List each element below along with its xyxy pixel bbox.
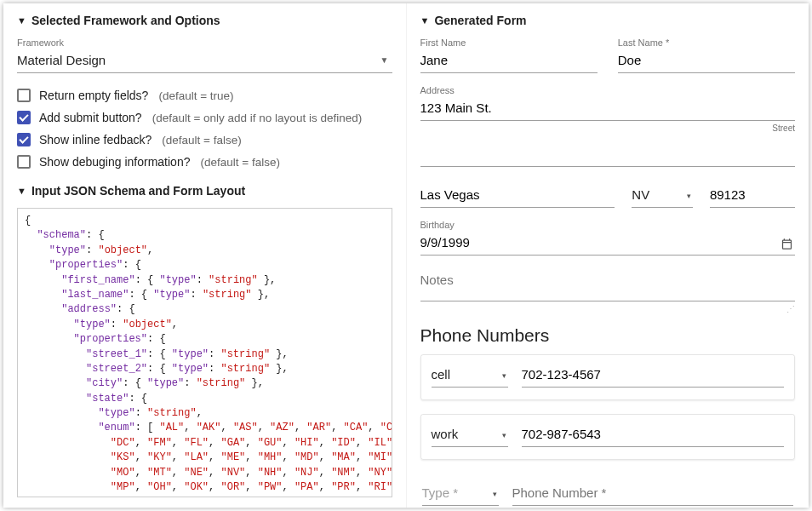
schema-editor[interactable]: { "schema": { "type": "object", "propert… xyxy=(17,208,392,497)
section-schema-header[interactable]: ▼ Input JSON Schema and Form Layout xyxy=(17,184,392,198)
street1-input[interactable] xyxy=(420,97,796,121)
street2-input[interactable] xyxy=(420,143,796,167)
framework-select-wrapper: Framework Material Design ▼ xyxy=(17,37,392,73)
option-checkbox-row: Show inline fedback?(default = false) xyxy=(17,133,392,146)
resize-grip-icon[interactable]: ⋰ xyxy=(420,304,796,313)
option-checkbox-row: Add submit button?(default = only add if… xyxy=(17,111,392,124)
section-title: Selected Framework and Options xyxy=(31,14,220,27)
section-generated-header[interactable]: ▼ Generated Form xyxy=(420,14,796,27)
section-framework-header[interactable]: ▼ Selected Framework and Options xyxy=(17,14,392,27)
last-name-input[interactable] xyxy=(618,49,795,73)
framework-label: Framework xyxy=(17,37,392,48)
checkbox[interactable] xyxy=(17,111,31,124)
right-panel: ▼ Generated Form First Name Last Name Ad… xyxy=(407,3,809,508)
disclosure-triangle-icon: ▼ xyxy=(17,186,26,196)
phone-number-input[interactable] xyxy=(522,423,785,447)
framework-select[interactable]: Material Design xyxy=(17,49,392,73)
phone-type-select[interactable]: Type * xyxy=(422,482,499,506)
phone-entry: cell▾ xyxy=(420,354,796,400)
street-hint: Street xyxy=(772,123,795,133)
address-label: Address xyxy=(420,85,796,95)
checkbox[interactable] xyxy=(17,133,31,146)
checkbox-label: Add submit button? xyxy=(39,111,142,124)
option-checkbox-row: Show debuging information?(default = fal… xyxy=(17,155,392,169)
checkbox-hint: (default = true) xyxy=(158,89,233,102)
checkbox-hint: (default = only add if no layout is defi… xyxy=(152,112,363,124)
first-name-label: First Name xyxy=(420,37,598,48)
phone-type-select[interactable]: cell xyxy=(432,364,508,388)
section-title: Input JSON Schema and Form Layout xyxy=(31,184,245,198)
phone-number-input[interactable] xyxy=(522,364,785,388)
phone-type-select[interactable]: work xyxy=(432,423,508,447)
checkbox-label: Show inline fedback? xyxy=(39,133,152,146)
phone-section-title: Phone Numbers xyxy=(420,325,796,346)
state-select[interactable]: NV xyxy=(632,184,693,208)
checkbox[interactable] xyxy=(17,155,31,169)
phone-entry: work▾ xyxy=(420,414,796,460)
checkbox[interactable] xyxy=(17,89,31,102)
checkbox-label: Return empty fields? xyxy=(39,89,148,102)
left-panel: ▼ Selected Framework and Options Framewo… xyxy=(3,3,407,508)
city-input[interactable] xyxy=(420,184,615,208)
phone-number-input[interactable] xyxy=(512,482,794,506)
zip-input[interactable] xyxy=(710,184,795,208)
birthday-label: Birthday xyxy=(420,220,796,230)
section-title: Generated Form xyxy=(434,14,526,27)
last-name-label: Last Name xyxy=(618,37,795,48)
disclosure-triangle-icon: ▼ xyxy=(17,15,26,26)
birthday-input[interactable] xyxy=(420,232,796,256)
first-name-input[interactable] xyxy=(420,49,598,73)
checkbox-label: Show debuging information? xyxy=(39,155,190,169)
phone-entry-blank: Type * ▾ xyxy=(420,474,796,508)
disclosure-triangle-icon: ▼ xyxy=(420,15,430,26)
notes-textarea[interactable] xyxy=(420,269,796,301)
calendar-icon[interactable] xyxy=(781,238,793,250)
checkbox-hint: (default = false) xyxy=(200,156,279,169)
option-checkbox-row: Return empty fields?(default = true) xyxy=(17,89,392,102)
checkbox-hint: (default = false) xyxy=(162,134,241,146)
